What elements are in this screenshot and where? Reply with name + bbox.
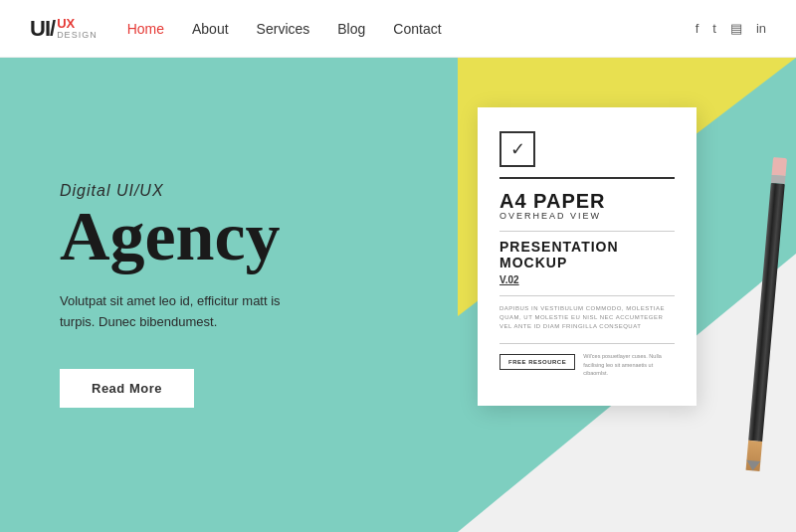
paper-bottom-row: FREE RESOURCE Wil'ces posuetlayer cuses.…	[499, 352, 675, 377]
hero-right-mockup: ✓ A4 PAPER OVERHEAD VIEW PRESENTATION MO…	[378, 58, 796, 532]
paper-version: V.02	[499, 274, 675, 285]
logo-design-text: DESIGN	[57, 30, 98, 41]
hero-description: Volutpat sit amet leo id, efficitur matt…	[60, 291, 298, 333]
pencil-eraser	[772, 157, 788, 176]
paper-divider-4	[499, 343, 675, 344]
read-more-button[interactable]: Read More	[60, 369, 194, 408]
nav-blog[interactable]: Blog	[337, 21, 365, 37]
hero-left-content: Digital UI/UX Agency Volutpat sit amet l…	[0, 58, 378, 532]
checkbox-icon: ✓	[499, 131, 535, 167]
facebook-icon[interactable]: f	[696, 21, 699, 36]
hero-title: Agency	[60, 204, 328, 270]
free-resource-button[interactable]: FREE RESOURCE	[499, 354, 575, 370]
nav-about[interactable]: About	[192, 21, 229, 37]
linkedin-icon[interactable]: in	[756, 21, 766, 36]
logo[interactable]: UI/ UX DESIGN	[30, 16, 98, 42]
nav-contact[interactable]: Contact	[393, 21, 441, 37]
checkmark-icon: ✓	[510, 140, 525, 158]
paper-subtitle: OVERHEAD VIEW	[499, 211, 675, 221]
paper-mockup-label: MOCKUP	[499, 255, 675, 270]
paper-mockup: ✓ A4 PAPER OVERHEAD VIEW PRESENTATION MO…	[478, 107, 696, 406]
logo-ui-text: UI/	[30, 16, 55, 42]
header: UI/ UX DESIGN Home About Services Blog C…	[0, 0, 796, 58]
instagram-icon[interactable]: ▤	[730, 21, 742, 36]
paper-title: A4 PAPER	[499, 191, 675, 211]
pencil-tip	[746, 441, 763, 471]
paper-divider-top	[499, 177, 675, 179]
social-icons: f t ▤ in	[696, 21, 766, 36]
logo-ux-block: UX DESIGN	[57, 17, 98, 41]
nav-home[interactable]: Home	[127, 21, 164, 37]
navigation: Home About Services Blog Contact	[127, 21, 696, 37]
paper-small-text: Wil'ces posuetlayer cuses. Nulla facilis…	[583, 352, 675, 377]
twitter-icon[interactable]: t	[712, 21, 716, 36]
nav-services[interactable]: Services	[257, 21, 310, 37]
logo-ux-text: UX	[57, 17, 98, 30]
paper-divider-mid	[499, 231, 675, 232]
paper-body-text: DAPIBUS IN VESTIBULUM COMMODO, MOLESTIAE…	[499, 304, 675, 331]
paper-divider-3	[499, 295, 675, 296]
paper-presentation: PRESENTATION	[499, 240, 675, 255]
hero-section: Digital UI/UX Agency Volutpat sit amet l…	[0, 58, 796, 532]
